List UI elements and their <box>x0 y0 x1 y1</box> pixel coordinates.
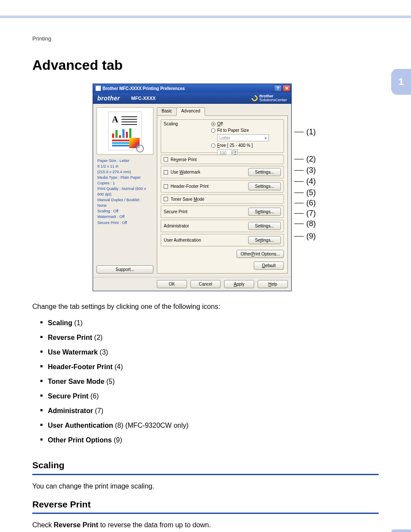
support-button[interactable]: Support... <box>97 265 153 274</box>
user-auth-row: User Authentication Settings... <box>161 234 284 246</box>
window-title: Brother MFC-XXXX Printing Preferences <box>103 86 273 91</box>
tab-basic[interactable]: Basic <box>157 107 177 116</box>
reverse-heading: Reverse Print <box>32 498 379 511</box>
scaling-group: Scaling Off Fit to Paper Size Letter▾ Fr… <box>161 119 284 153</box>
page-title: Advanced tab <box>32 57 379 73</box>
solutions-link[interactable]: BrotherSolutionsCenter <box>252 94 287 102</box>
titlebar: Brother MFC-XXXX Printing Preferences ? … <box>93 84 291 93</box>
help-button-footer[interactable]: Help <box>258 280 288 288</box>
default-button[interactable]: Default <box>254 261 284 270</box>
breadcrumb: Printing <box>32 35 379 42</box>
watermark-settings-button[interactable]: Settings... <box>248 168 281 176</box>
toner-save-row: Toner Save Mode <box>161 194 284 204</box>
scaling-heading: Scaling <box>32 458 379 472</box>
brand-logo: brother <box>97 95 120 102</box>
tab-advanced[interactable]: Advanced <box>176 107 205 116</box>
administrator-row: Administrator Settings... <box>161 220 284 232</box>
reverse-print-row: Reverse Print <box>161 155 284 164</box>
help-button[interactable]: ? <box>274 85 282 92</box>
ok-button[interactable]: OK <box>157 280 187 288</box>
header-footer-settings-button[interactable]: Settings... <box>248 182 281 190</box>
feature-list: Scaling (1) Reverse Print (2) Use Waterm… <box>32 318 379 445</box>
app-icon <box>96 86 101 91</box>
use-watermark-row: Use Watermark Settings... <box>161 166 284 178</box>
secure-settings-button[interactable]: Settings... <box>248 208 281 216</box>
page-number-tab <box>391 529 411 532</box>
reverse-print-checkbox[interactable] <box>164 157 168 162</box>
section-rule <box>32 474 379 475</box>
dialog-window: Brother MFC-XXXX Printing Preferences ? … <box>93 84 292 291</box>
close-button[interactable]: ✕ <box>283 85 290 92</box>
scaling-desc: You can change the print image scaling. <box>32 481 379 492</box>
callout-column: (1) (2) (3) (4) (5) (6) (7) (8) (9) <box>294 84 318 260</box>
header-footer-row: Header-Footer Print Settings... <box>161 180 284 193</box>
scaling-fit-radio[interactable] <box>211 128 215 133</box>
model-label: MFC-XXXX <box>131 96 156 101</box>
scaling-free-radio[interactable] <box>211 143 215 148</box>
scaling-off-radio[interactable] <box>211 122 215 126</box>
section-rule <box>32 513 379 514</box>
secure-print-row: Secure Print Settings... <box>161 205 284 218</box>
cancel-button[interactable]: Cancel <box>190 280 221 288</box>
apply-button[interactable]: Apply <box>224 280 254 288</box>
fit-size-dropdown[interactable]: Letter▾ <box>217 134 269 141</box>
solutions-icon <box>250 94 259 103</box>
intro-text: Change the tab settings by clicking one … <box>32 302 379 312</box>
scaling-label: Scaling <box>164 121 211 126</box>
reverse-desc: Check Reverse Print to reverse the data … <box>32 520 379 530</box>
brand-bar: brother MFC-XXXX BrotherSolutionsCenter <box>93 93 291 104</box>
page-preview: A <box>97 107 153 155</box>
toner-save-checkbox[interactable] <box>164 197 168 201</box>
admin-settings-button[interactable]: Settings... <box>248 222 281 230</box>
header-footer-checkbox[interactable] <box>164 184 168 189</box>
settings-summary: Paper Size : Letter 8 1/2 x 11 in (215.9… <box>97 156 153 227</box>
watermark-checkbox[interactable] <box>164 170 168 174</box>
other-options-button[interactable]: Other Print Options... <box>237 250 284 258</box>
userauth-settings-button[interactable]: Settings... <box>248 236 281 244</box>
